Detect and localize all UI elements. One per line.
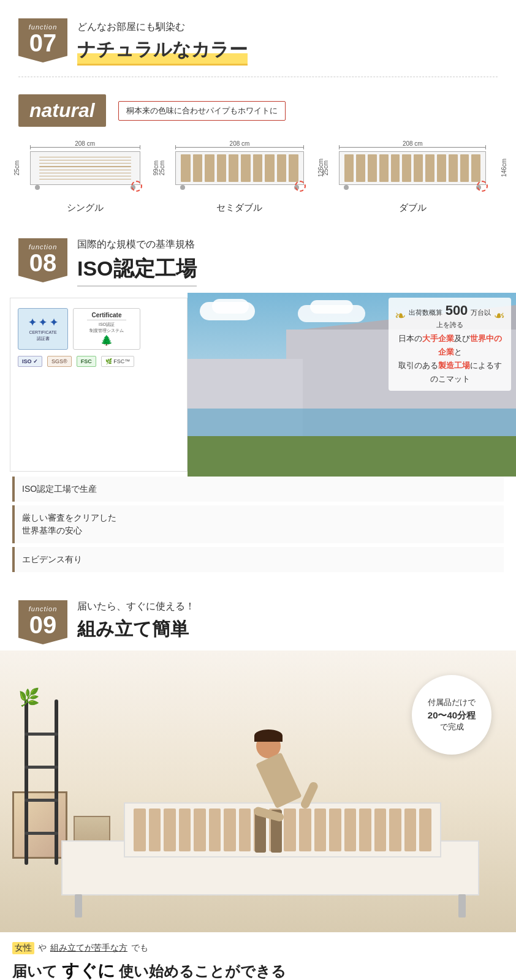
logo-3: FSC (77, 356, 96, 367)
line3-red: 製造工場 (438, 361, 470, 370)
cert-card-white: Certificate ISO認証制度管理システム 🌲 (73, 308, 140, 350)
tag-female: 女性 (12, 942, 34, 954)
cert-cards-row: ✦ ✦ ✦ CERTIFICATE認証書 Certificate ISO認証制度… (18, 308, 180, 350)
double-height: 25cm (322, 160, 329, 175)
semi-length: 208 cm (230, 140, 250, 147)
function-08-section: function 08 国際的な規模での基準規格 ISO認定工場 (0, 220, 516, 293)
natural-note: 桐本来の色味に合わせパイプもホワイトに (118, 101, 286, 121)
natural-section: natural 桐本来の色味に合わせパイプもホワイトに (0, 82, 516, 133)
cert-divider (87, 320, 127, 320)
single-name: シングル (67, 202, 104, 214)
badge-line1: 付属品だけで (428, 697, 476, 708)
connector-1: や (38, 943, 47, 954)
cert-white-text: ISO認証制度管理システム (89, 322, 124, 333)
bed-single: 208 cm 25cm (30, 139, 140, 214)
single-height: 25cm (13, 160, 20, 175)
fsc-icon: 🌲 (101, 334, 113, 346)
double-name: ダブル (399, 202, 427, 214)
iso-feature-3: エビデンス有り (12, 547, 504, 572)
line2-prefix: 日本の (398, 334, 422, 343)
ladder-rail-right (55, 699, 58, 865)
ladder-rung-2 (25, 766, 58, 769)
cert-blue-icon: ✦ ✦ ✦ (28, 317, 58, 328)
iso-companies-text: 日本の大手企業及び世界中の企業と 取引のある製造工場によるすのこマット (395, 332, 505, 386)
function-09-number: 09 (29, 612, 57, 637)
function-07-section: function 07 どんなお部屋にも馴染む ナチュラルなカラー (0, 0, 516, 72)
iso-combined: ✦ ✦ ✦ CERTIFICATE認証書 Certificate ISO認証制度… (0, 293, 516, 477)
person-hair (254, 729, 283, 742)
iso-feature-1: ISO認定工場で生産 (12, 477, 504, 502)
tag-beginner: 組み立てが苦手な方 (50, 943, 127, 954)
bottom-text-section: 女性 や 組み立てが苦手な方 でも 届いて すぐに 使い始めることができる (0, 932, 516, 980)
double-dotted-circle (477, 181, 488, 192)
bed-leg-asm-1 (75, 894, 82, 918)
line3-prefix: 取引のある (398, 361, 438, 370)
bed-sizes-section: 208 cm 25cm (0, 133, 516, 220)
function-07-badge: function 07 (18, 18, 67, 62)
line2-red1: 大手企業 (422, 334, 454, 343)
assembly-photo-section: 🌿 (0, 650, 516, 932)
single-dotted-circle (131, 181, 142, 192)
laurel-right: ❧ (494, 308, 505, 324)
line2-mid: 及び (454, 334, 470, 343)
function-08-subtitle: 国際的な規模での基準規格 (77, 238, 197, 251)
function-08-badge: function 08 (18, 238, 67, 282)
person-assembly (254, 734, 283, 853)
line3-mid: による (470, 361, 494, 370)
badge-line3: で完成 (440, 722, 464, 733)
double-width: 146cm (501, 159, 507, 177)
laurel-left: ❧ (395, 308, 406, 324)
line2-end: と (454, 347, 462, 356)
function-07-title: ナチュラルなカラー (77, 37, 248, 66)
ladder-rung-3 (25, 799, 58, 802)
ship-count: 出荷数概算 500 万台以上を誇る (408, 303, 491, 330)
ladder-left: 🌿 (25, 699, 58, 865)
ladder-rung-4 (25, 832, 58, 835)
iso-certs-panel: ✦ ✦ ✦ CERTIFICATE認証書 Certificate ISO認証制度… (10, 298, 188, 472)
bed-semi-double: 208 cm (175, 139, 304, 214)
bed-leg-asm-4 (458, 894, 466, 918)
function-07-subtitle: どんなお部屋にも馴染む (77, 21, 498, 34)
iso-features-section: ISO認定工場で生産 厳しい審査をクリアした世界基準の安心 エビデンス有り (0, 477, 516, 582)
semi-dotted-circle (295, 181, 306, 192)
function-08-number: 08 (29, 251, 57, 275)
bottom-tags-row: 女性 や 組み立てが苦手な方 でも (12, 942, 504, 954)
iso-feature-2: 厳しい審査をクリアした世界基準の安心 (12, 505, 504, 543)
completion-badge: 付属品だけで 20〜40分程 で完成 (412, 675, 491, 755)
factory-overlay: ❧ 出荷数概算 500 万台以上を誇る ❧ 日本の大手企業及び世界中の企業と 取… (389, 298, 511, 391)
function-09-title: 組み立て簡単 (77, 617, 195, 642)
cert-logos-row: ISO ✓ SGS® FSC 🌿 FSC™ (18, 356, 180, 367)
person-torso (256, 752, 302, 809)
function-07-text: どんなお部屋にも馴染む ナチュラルなカラー (77, 18, 498, 66)
single-length: 208 cm (75, 140, 95, 147)
factory-image: ❧ 出荷数概算 500 万台以上を誇る ❧ 日本の大手企業及び世界中の企業と 取… (188, 293, 516, 477)
laurel-row: ❧ 出荷数概算 500 万台以上を誇る ❧ (395, 303, 505, 330)
function-09-text: 届いたら、すぐに使える！ 組み立て簡単 (77, 600, 195, 642)
badge-line2: 20〜40分程 (428, 709, 476, 722)
logo-4: 🌿 FSC™ (101, 356, 135, 367)
ground (188, 436, 516, 477)
double-length: 208 cm (403, 140, 423, 147)
logo-2: SGS® (47, 356, 72, 367)
semi-name: セミダブル (216, 202, 262, 214)
iso-feature-1-text: ISO認定工場で生産 (22, 483, 97, 496)
ladder-rung-1 (25, 733, 58, 736)
divider-07 (18, 77, 498, 77)
main-prefix: 届いて (12, 963, 58, 979)
cert-blue-text: CERTIFICATE認証書 (29, 330, 56, 341)
function-09-section: function 09 届いたら、すぐに使える！ 組み立て簡単 (0, 582, 516, 650)
function-09-subtitle: 届いたら、すぐに使える！ (77, 600, 195, 613)
semi-height: 25cm (159, 160, 165, 175)
natural-badge: natural (18, 94, 106, 127)
connector-2: でも (131, 943, 148, 954)
function-07-number: 07 (29, 31, 57, 55)
plant-icon: 🌿 (18, 687, 40, 707)
cloud2 (212, 299, 249, 314)
function-09-badge: function 09 (18, 600, 67, 644)
ships-prefix: 出荷数概算 (409, 309, 442, 316)
main-suffix: 使い始めることができる (119, 963, 286, 979)
iso-feature-2-text: 厳しい審査をクリアした世界基準の安心 (22, 511, 116, 537)
ships-number: 500 (446, 303, 468, 318)
cert-white-title: Certificate (92, 312, 122, 318)
bed-double: 208 cm (339, 139, 486, 214)
